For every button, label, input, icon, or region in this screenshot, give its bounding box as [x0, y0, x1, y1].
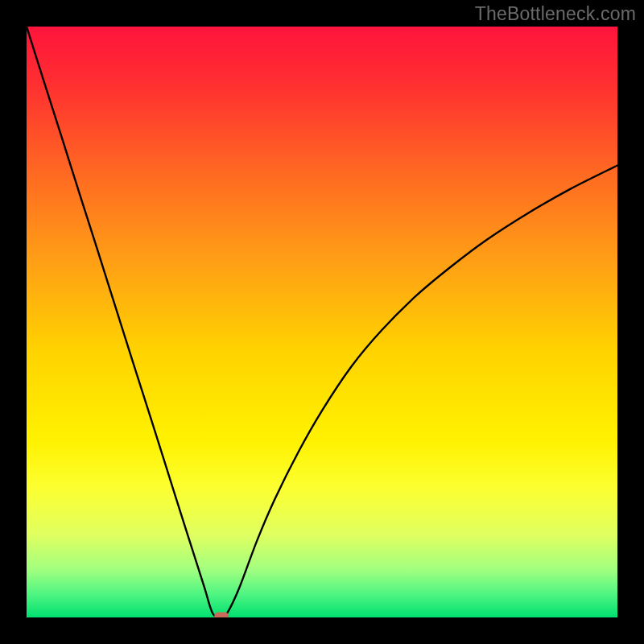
- minimum-marker: [214, 613, 229, 617]
- chart-svg: [27, 27, 617, 617]
- chart-frame: TheBottleneck.com: [0, 0, 644, 644]
- plot-area: [27, 27, 617, 617]
- background-gradient: [27, 27, 617, 617]
- watermark-text: TheBottleneck.com: [475, 3, 636, 25]
